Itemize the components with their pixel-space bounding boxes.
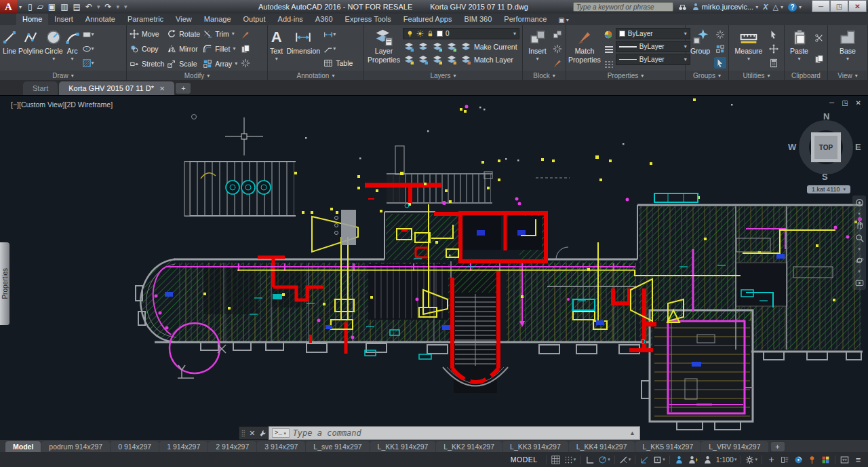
orbit-arrow-icon[interactable]: ▾ xyxy=(858,269,861,274)
panel-title-draw[interactable]: Draw▾ xyxy=(0,71,126,80)
ribbon-tab-addins[interactable]: Add-ins xyxy=(272,14,309,25)
new-layout-button[interactable]: + xyxy=(771,442,785,451)
ribbon-tab-express-tools[interactable]: Express Tools xyxy=(339,14,397,25)
offset-icon[interactable] xyxy=(239,57,252,69)
model-space-button[interactable]: MODEL xyxy=(505,455,543,464)
ribbon-tab-manage[interactable]: Manage xyxy=(198,14,237,25)
copy-button[interactable]: Copy xyxy=(130,43,164,54)
polar-tracking-icon[interactable]: ▾ xyxy=(597,453,612,466)
layer-isolate-icon[interactable] xyxy=(417,41,429,52)
new-file-tab-button[interactable]: + xyxy=(176,83,191,94)
panel-title-utilities[interactable]: Utilities▾ xyxy=(729,71,784,80)
line-button[interactable]: Line xyxy=(2,26,17,71)
layer-properties-button[interactable]: LayerProperties xyxy=(366,26,401,71)
command-history-arrow-icon[interactable]: ▲ xyxy=(629,430,637,436)
layer-select-dropdown[interactable]: 0▾ xyxy=(403,28,519,39)
polyline-button[interactable]: Polyline xyxy=(18,26,43,71)
panel-title-clipboard[interactable]: Clipboard xyxy=(785,71,827,80)
ribbon-tab-bim360[interactable]: BIM 360 xyxy=(458,14,498,25)
workspace-switching-icon[interactable]: ▾ xyxy=(744,453,759,466)
rectangle-tool-icon[interactable]: ▾ xyxy=(82,29,94,40)
linear-dimension-icon[interactable]: ▾ xyxy=(323,29,336,40)
move-button[interactable]: Move xyxy=(130,28,164,39)
showmotion-icon[interactable] xyxy=(855,278,864,287)
match-layer-label[interactable]: Match Layer xyxy=(474,56,513,64)
layer-unlock-icon[interactable] xyxy=(446,54,458,65)
copy-clip-icon[interactable] xyxy=(813,54,825,65)
orbit-icon[interactable] xyxy=(855,256,864,265)
doc-restore-icon[interactable]: ◳ xyxy=(842,99,848,107)
viewcube[interactable]: N S W E TOP xyxy=(792,113,860,181)
object-snap-tracking-icon[interactable] xyxy=(638,453,651,466)
group-selection-icon[interactable] xyxy=(714,57,726,69)
help-search-input[interactable] xyxy=(573,2,673,12)
annotation-monitor-icon[interactable]: + xyxy=(765,453,778,466)
qat-customize-icon[interactable]: ▾ xyxy=(124,3,127,10)
layout-tab-lkk3[interactable]: L_KK3 914x297 xyxy=(502,441,568,452)
layout-tab-1[interactable]: 1 914x297 xyxy=(159,441,208,452)
leader-icon[interactable]: ▾ xyxy=(323,43,336,54)
compass-north[interactable]: N xyxy=(823,111,829,122)
close-button[interactable]: ✕ xyxy=(848,0,867,12)
dimension-button[interactable]: Dimension xyxy=(284,26,322,71)
file-tab-start[interactable]: Start xyxy=(23,81,58,95)
undo-icon[interactable]: ↶ xyxy=(85,2,92,12)
cut-icon[interactable] xyxy=(813,32,825,43)
ortho-mode-icon[interactable] xyxy=(583,453,596,466)
dock-grip-handle[interactable]: ⣿ xyxy=(241,430,245,436)
annotation-scale-value[interactable]: 1:100▾ xyxy=(715,453,738,466)
scale-button[interactable]: Scale xyxy=(167,58,200,69)
layout-tab-lsve[interactable]: L_sve 914x297 xyxy=(306,441,369,452)
base-view-button[interactable]: Base▾ xyxy=(834,26,861,71)
panel-title-annotation[interactable]: Annotation▾ xyxy=(268,71,363,80)
command-prompt-icon[interactable]: >_▾ xyxy=(272,428,290,438)
ribbon-tab-performance[interactable]: Performance xyxy=(498,14,553,25)
viewcube-top-face[interactable]: TOP xyxy=(811,132,841,162)
layer-thaw-icon[interactable] xyxy=(431,54,443,65)
undo-arrow-icon[interactable]: ▾ xyxy=(97,3,100,10)
graphics-performance-icon[interactable] xyxy=(792,453,805,466)
rotate-button[interactable]: Rotate xyxy=(167,28,200,39)
layout-tab-podrum[interactable]: podrum 914x297 xyxy=(41,441,110,452)
explode-icon[interactable] xyxy=(239,43,252,54)
file-tab-drawing[interactable]: Korta GHV 2015 07 11 D*✕ xyxy=(59,81,174,95)
ribbon-tab-output[interactable]: Output xyxy=(237,14,272,25)
quick-properties-icon[interactable] xyxy=(778,453,791,466)
layer-on-icon[interactable] xyxy=(403,54,415,65)
a360-icon[interactable]: △▾ xyxy=(773,3,783,12)
mirror-button[interactable]: Mirror xyxy=(167,43,200,54)
ribbon-collapse-icon[interactable]: ▣▾ xyxy=(558,16,568,25)
layout-tab-lkk5[interactable]: L_KK5 914x297 xyxy=(635,441,701,452)
snap-mode-icon[interactable]: ▾ xyxy=(563,453,578,466)
compass-west[interactable]: W xyxy=(788,142,796,152)
doc-close-icon[interactable]: ✕ xyxy=(856,99,861,107)
layout-tab-0[interactable]: 0 914x297 xyxy=(111,441,159,452)
grid-display-icon[interactable] xyxy=(549,453,562,466)
annotation-scale-icon[interactable] xyxy=(701,453,714,466)
compass-east[interactable]: E xyxy=(855,142,861,152)
layout-tab-lkk1[interactable]: L_KK1 914x297 xyxy=(370,441,436,452)
panel-title-block[interactable]: Block▾ xyxy=(523,71,566,80)
object-color-dropdown[interactable]: ByLayer▾ xyxy=(616,28,690,39)
restore-button[interactable]: ◳ xyxy=(830,0,848,12)
nav-wheel-arrow-icon[interactable]: ▾ xyxy=(858,211,861,217)
layout-tab-2[interactable]: 2 914x297 xyxy=(208,441,256,452)
autocad-logo-icon[interactable]: A xyxy=(0,0,17,14)
properties-palette-tab[interactable]: Properties xyxy=(0,242,9,325)
table-button[interactable]: Table xyxy=(323,57,353,69)
paste-button[interactable]: Paste▾ xyxy=(787,26,812,71)
ribbon-tab-a360[interactable]: A360 xyxy=(309,14,339,25)
panel-title-groups[interactable]: Groups▾ xyxy=(686,71,728,80)
erase-icon[interactable] xyxy=(239,29,252,40)
app-menu-arrow-icon[interactable]: ▾ xyxy=(19,4,22,10)
new-drawing-icon[interactable]: ▯ xyxy=(28,2,33,12)
match-layer-icon[interactable] xyxy=(460,54,472,65)
group-button[interactable]: Group xyxy=(688,26,713,71)
fillet-button[interactable]: Fillet▾ xyxy=(203,43,237,54)
annotation-visibility-icon[interactable] xyxy=(673,453,686,466)
arc-button[interactable]: Arc▾ xyxy=(64,26,81,71)
layer-unisolate-icon[interactable] xyxy=(417,54,429,65)
panel-title-properties[interactable]: Properties▾ xyxy=(566,71,685,80)
user-menu-arrow-icon[interactable]: ▾ xyxy=(755,4,758,10)
command-close-icon[interactable]: ✕ xyxy=(249,429,255,438)
